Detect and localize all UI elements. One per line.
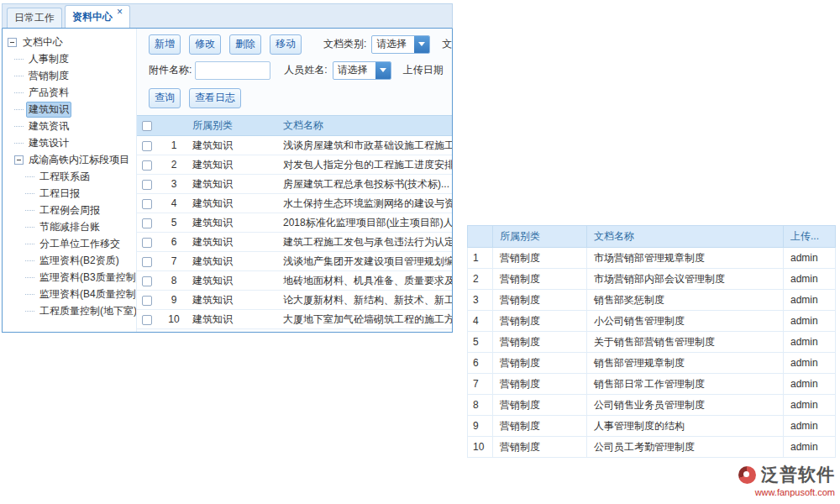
- tree-node[interactable]: 建筑知识: [3, 101, 136, 118]
- tree-node[interactable]: 产品资料: [3, 84, 136, 101]
- tree-node[interactable]: 节能减排台账: [3, 218, 136, 235]
- row-uploader: admin: [784, 395, 836, 416]
- marketing-doc-row[interactable]: 8营销制度公司销售业务员管理制度admin: [468, 395, 836, 416]
- row-number: 8: [160, 271, 187, 291]
- tab-data-center[interactable]: 资料中心 ×: [65, 5, 130, 28]
- brand-website: www.fanpusoft.com: [738, 487, 835, 497]
- tree-node[interactable]: 营销制度: [3, 67, 136, 84]
- chevron-down-icon: [414, 36, 429, 53]
- collapse-icon[interactable]: [8, 38, 17, 47]
- row-checkbox[interactable]: [142, 315, 152, 325]
- modify-button[interactable]: 修改: [189, 34, 221, 55]
- row-number: 7: [468, 374, 493, 395]
- close-tab-icon[interactable]: ×: [117, 6, 123, 18]
- delete-button[interactable]: 删除: [229, 34, 261, 55]
- attachment-input[interactable]: [195, 61, 270, 80]
- tree-node[interactable]: 建筑资讯: [3, 118, 136, 134]
- marketing-doc-row[interactable]: 6营销制度销售部管理规章制度admin: [468, 353, 836, 374]
- marketing-doc-row[interactable]: 3营销制度销售部奖惩制度admin: [468, 290, 836, 311]
- marketing-doc-row[interactable]: 5营销制度关于销售部营销售管理制度admin: [468, 332, 836, 353]
- document-row[interactable]: 8建筑知识地砖地面材料、机具准备、质量要求及...: [137, 271, 452, 291]
- tree-node[interactable]: 人事制度: [3, 50, 136, 67]
- document-row[interactable]: 1建筑知识浅谈房屋建筑和市政基础设施工程施工...: [137, 136, 452, 155]
- row-checkbox[interactable]: [142, 276, 152, 286]
- row-category: 建筑知识: [187, 136, 278, 155]
- query-button[interactable]: 查询: [149, 88, 181, 108]
- data-center-content: 文档中心 人事制度营销制度产品资料建筑知识建筑资讯建筑设计成渝高铁内江标段项目工…: [2, 29, 453, 333]
- tree-node-label: 分工单位工作移交: [37, 236, 123, 252]
- tree-node-label: 监理资料(B4质量控制): [37, 286, 137, 302]
- tree-node[interactable]: 监理资料(B4质量控制): [3, 286, 136, 302]
- marketing-doc-row[interactable]: 7营销制度销售部日常工作管理制度admin: [468, 374, 836, 395]
- document-row[interactable]: 3建筑知识房屋建筑工程总承包投标书(技术标)...: [137, 175, 452, 194]
- brand-footer: 泛普软件 www.fanpusoft.com: [738, 463, 835, 497]
- tab-daily-work[interactable]: 日常工作: [7, 8, 62, 28]
- marketing-doc-row[interactable]: 10营销制度公司员工考勤管理制度admin: [468, 437, 836, 458]
- category-select[interactable]: 请选择: [371, 35, 430, 54]
- add-button[interactable]: 新增: [149, 34, 181, 55]
- tree-node-label: 工程联系函: [37, 169, 92, 185]
- view-log-button[interactable]: 查看日志: [189, 88, 241, 108]
- tree-node-label: 监理资料(B3质量控制): [37, 270, 137, 286]
- row-checkbox[interactable]: [142, 141, 152, 151]
- document-row[interactable]: 5建筑知识2018标准化监理项目部(业主项目部)人员...: [137, 213, 452, 233]
- row-docname: 建筑工程施工发包与承包违法行为认定...: [278, 233, 452, 252]
- marketing-doc-row[interactable]: 2营销制度市场营销部内部会议管理制度admin: [468, 269, 836, 290]
- tree-node[interactable]: 监理资料(B3质量控制): [3, 269, 136, 286]
- docname-label-clipped: 文档名称:: [442, 37, 452, 51]
- row-uploader: admin: [784, 416, 836, 437]
- document-row[interactable]: 4建筑知识水土保持生态环境监测网络的建设与资...: [137, 194, 452, 213]
- collapse-icon[interactable]: [14, 155, 24, 165]
- select-all-checkbox[interactable]: [142, 121, 152, 131]
- tree-node[interactable]: 分工单位工作移交: [3, 235, 136, 252]
- document-row[interactable]: 9建筑知识论大厦新材料、新结构、新技术、新工...: [137, 291, 452, 310]
- marketing-doc-row[interactable]: 9营销制度人事管理制度的结构admin: [468, 416, 836, 437]
- row-checkbox[interactable]: [142, 238, 152, 248]
- row-docname: 公司销售业务员管理制度: [587, 395, 784, 416]
- tab-daily-work-label: 日常工作: [14, 11, 55, 25]
- row-docname: 浅谈地产集团开发建设项目管理规划编...: [278, 252, 452, 271]
- column-header-docname: 文档名称: [278, 116, 452, 136]
- row-category: 建筑知识: [187, 291, 278, 310]
- tree-node[interactable]: 工程联系函: [3, 168, 136, 185]
- marketing-doc-row[interactable]: 4营销制度小公司销售管理制度admin: [468, 311, 836, 332]
- row-uploader: admin: [784, 332, 836, 353]
- row-docname: 销售部奖惩制度: [587, 290, 784, 311]
- tree-node[interactable]: 工程例会周报: [3, 202, 136, 218]
- row-docname: 人事管理制度的结构: [587, 416, 784, 437]
- tree-items: 人事制度营销制度产品资料建筑知识建筑资讯建筑设计成渝高铁内江标段项目工程联系函工…: [3, 50, 136, 319]
- marketing-docs-window: 所属别类 文档名称 上传... 1营销制度市场营销部管理规章制度admin2营销…: [467, 225, 836, 458]
- document-tree: 文档中心 人事制度营销制度产品资料建筑知识建筑资讯建筑设计成渝高铁内江标段项目工…: [3, 29, 137, 332]
- tree-node-label: 节能减排台账: [37, 219, 102, 235]
- tree-node[interactable]: 成渝高铁内江标段项目: [3, 151, 136, 168]
- row-checkbox[interactable]: [142, 296, 152, 306]
- tree-node[interactable]: 建筑设计: [3, 134, 136, 151]
- document-row[interactable]: 6建筑知识建筑工程施工发包与承包违法行为认定...: [137, 233, 452, 252]
- tree-branch-line: [25, 260, 34, 261]
- tree-node-label: 工程日报: [37, 186, 82, 202]
- row-docname: 论大厦新材料、新结构、新技术、新工...: [278, 291, 452, 310]
- row-checkbox[interactable]: [142, 257, 152, 267]
- tree-node-root[interactable]: 文档中心: [3, 34, 136, 50]
- tree-branch-line: [14, 126, 24, 127]
- document-row[interactable]: 10建筑知识大厦地下室加气砼墙砌筑工程的施工方...: [137, 310, 452, 329]
- person-select[interactable]: 请选择: [333, 61, 391, 80]
- tree-node[interactable]: 工程质量控制(地下室): [3, 302, 136, 319]
- column-header-number: [160, 116, 187, 136]
- row-checkbox[interactable]: [142, 199, 152, 209]
- row-category: 营销制度: [493, 353, 587, 374]
- document-row[interactable]: 7建筑知识浅谈地产集团开发建设项目管理规划编...: [137, 252, 452, 271]
- data-center-window: 日常工作 资料中心 × 文档中心 人事制度营销制度产品资料建筑知识建筑资讯建筑设…: [2, 3, 453, 333]
- tree-node[interactable]: 监理资料(B2资质): [3, 252, 136, 269]
- tree-branch-line: [25, 176, 34, 177]
- row-checkbox[interactable]: [142, 180, 152, 190]
- fanpu-logo-icon: [738, 466, 756, 484]
- marketing-doc-row[interactable]: 1营销制度市场营销部管理规章制度admin: [468, 248, 836, 269]
- move-button[interactable]: 移动: [270, 34, 302, 55]
- row-checkbox[interactable]: [142, 218, 152, 228]
- document-row[interactable]: 2建筑知识对发包人指定分包的工程施工进度安排...: [137, 155, 452, 175]
- row-checkbox[interactable]: [142, 160, 152, 171]
- tree-node[interactable]: 工程日报: [3, 185, 136, 202]
- toolbar-row-3: 查询 查看日志: [137, 87, 452, 108]
- row-docname: 地砖地面材料、机具准备、质量要求及...: [278, 271, 452, 291]
